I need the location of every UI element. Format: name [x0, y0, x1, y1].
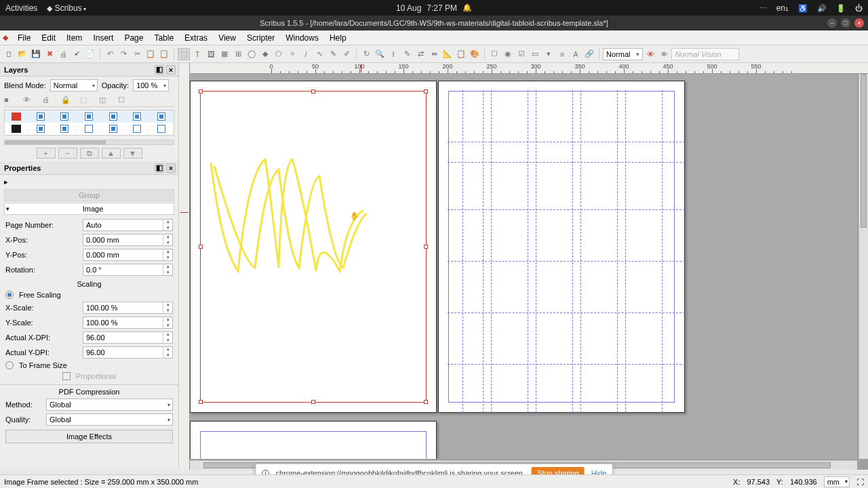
menu-view[interactable]: View — [213, 32, 241, 44]
save-icon[interactable] — [30, 48, 42, 60]
unlink-frames-icon[interactable] — [428, 48, 440, 60]
menu-item[interactable]: Item — [61, 32, 87, 44]
layer-lock-checkbox[interactable] — [85, 113, 93, 121]
power-icon[interactable] — [855, 3, 863, 13]
toggle-cms-icon[interactable] — [644, 48, 656, 60]
calligraphy-icon[interactable] — [340, 48, 353, 60]
layer-lock-checkbox[interactable] — [85, 125, 93, 133]
shape-icon[interactable] — [245, 48, 258, 60]
copy-props-icon[interactable] — [455, 48, 467, 60]
activities-button[interactable]: Activities — [5, 3, 37, 13]
ypos-field[interactable]: 0.000 mm▴▾ — [83, 249, 173, 261]
volume-icon[interactable] — [817, 3, 827, 13]
battery-icon[interactable] — [836, 3, 846, 13]
image-frame-selected[interactable] — [200, 91, 427, 403]
page[interactable] — [438, 81, 685, 413]
text-frame-icon[interactable] — [191, 48, 203, 60]
menu-page[interactable]: Page — [119, 32, 149, 44]
canvas-area[interactable]: 050100150200250300350400450500550 — [179, 63, 868, 470]
bezier-icon[interactable] — [313, 48, 326, 60]
pdf-text-icon[interactable] — [529, 48, 541, 60]
quality-select[interactable]: Global — [46, 413, 173, 426]
print-icon[interactable] — [57, 48, 69, 60]
opacity-spinner[interactable]: 100 % — [133, 79, 169, 92]
xpos-field[interactable]: 0.000 mm▴▾ — [83, 234, 173, 246]
pdf-annot-icon[interactable] — [570, 48, 582, 60]
layer-outline-checkbox[interactable] — [133, 125, 141, 133]
close-panel-icon[interactable] — [166, 163, 176, 173]
menu-windows[interactable]: Windows — [280, 32, 324, 44]
pdf-list-icon[interactable] — [556, 48, 568, 60]
layer-visible-checkbox[interactable] — [37, 113, 45, 121]
maximize-button[interactable]: □ — [841, 18, 850, 28]
spiral-icon[interactable] — [286, 48, 298, 60]
app-menu[interactable]: Scribus▾ — [47, 3, 85, 13]
select-tool-icon[interactable] — [178, 48, 190, 60]
menu-insert[interactable]: Insert — [87, 32, 119, 44]
redo-icon[interactable] — [117, 48, 130, 60]
page-number-field[interactable]: Auto▴▾ — [83, 219, 173, 231]
menu-help[interactable]: Help — [324, 32, 352, 44]
pdf-combo-icon[interactable] — [542, 48, 555, 60]
link-frames-icon[interactable] — [414, 48, 427, 60]
layer-down-button[interactable] — [123, 148, 142, 159]
undock-icon[interactable] — [155, 163, 164, 173]
menu-table[interactable]: Table — [149, 32, 179, 44]
pdf-link-icon[interactable] — [583, 48, 595, 60]
pdf-button-icon[interactable] — [488, 48, 500, 60]
page[interactable] — [190, 421, 437, 459]
cut-icon[interactable] — [131, 48, 143, 60]
copy-icon[interactable] — [144, 48, 157, 60]
arc-icon[interactable] — [273, 48, 285, 60]
free-scaling-radio[interactable] — [5, 291, 14, 299]
new-icon[interactable] — [3, 48, 15, 60]
layer-visible-checkbox[interactable] — [37, 125, 45, 133]
blend-mode-select[interactable]: Normal — [50, 79, 98, 92]
edit-content-icon[interactable] — [387, 48, 399, 60]
pdf-check-icon[interactable] — [515, 48, 528, 60]
eyedropper-icon[interactable] — [469, 48, 481, 60]
line-icon[interactable] — [300, 48, 312, 60]
layer-row[interactable] — [5, 123, 174, 135]
freehand-icon[interactable] — [327, 48, 339, 60]
aydpi-field[interactable]: 96.00▴▾ — [83, 346, 173, 359]
layer-flow-checkbox[interactable] — [109, 113, 117, 121]
image-frame-icon[interactable] — [205, 48, 217, 60]
a11y-icon[interactable] — [798, 3, 808, 13]
layer-print-checkbox[interactable] — [60, 113, 68, 121]
close-button[interactable]: × — [854, 18, 864, 28]
canvas-vscrollbar[interactable] — [859, 74, 868, 459]
paste-icon[interactable] — [158, 48, 170, 60]
axdpi-field[interactable]: 96.00▴▾ — [83, 331, 173, 344]
more-icon[interactable] — [760, 3, 767, 13]
image-section-header[interactable]: ▾ Image — [4, 203, 174, 215]
to-frame-radio[interactable] — [5, 361, 14, 369]
pdf-icon[interactable] — [84, 48, 96, 60]
image-effects-button[interactable]: Image Effects — [5, 430, 173, 443]
clock[interactable]: 10 Aug 7:27 PM — [396, 3, 472, 13]
table-icon[interactable] — [232, 48, 244, 60]
menu-scripter[interactable]: Scripter — [241, 32, 280, 44]
lang-indicator[interactable]: en₁ — [776, 3, 789, 13]
story-editor-icon[interactable] — [401, 48, 413, 60]
preflight-icon[interactable] — [71, 48, 83, 60]
menu-edit[interactable]: Edit — [36, 32, 61, 44]
viewport[interactable] — [190, 74, 857, 459]
layer-outline-checkbox[interactable] — [133, 113, 141, 121]
layer-select-checkbox[interactable] — [157, 113, 165, 121]
layers-list[interactable] — [4, 110, 174, 136]
polygon-icon[interactable] — [259, 48, 271, 60]
undo-icon[interactable] — [104, 48, 116, 60]
preview-mode-select[interactable]: Normal — [603, 48, 643, 60]
layers-panel-header[interactable]: Layers — [0, 63, 178, 77]
layer-up-button[interactable] — [102, 148, 121, 159]
properties-panel-header[interactable]: Properties — [0, 161, 178, 175]
rotate-icon[interactable] — [360, 48, 372, 60]
rotation-field[interactable]: 0.0 °▴▾ — [83, 264, 173, 276]
render-frame-icon[interactable] — [218, 48, 231, 60]
undock-icon[interactable] — [155, 65, 164, 75]
pdf-radio-icon[interactable] — [502, 48, 514, 60]
unit-select[interactable]: mm — [824, 476, 850, 487]
layer-print-checkbox[interactable] — [60, 125, 68, 133]
page[interactable] — [190, 81, 437, 413]
